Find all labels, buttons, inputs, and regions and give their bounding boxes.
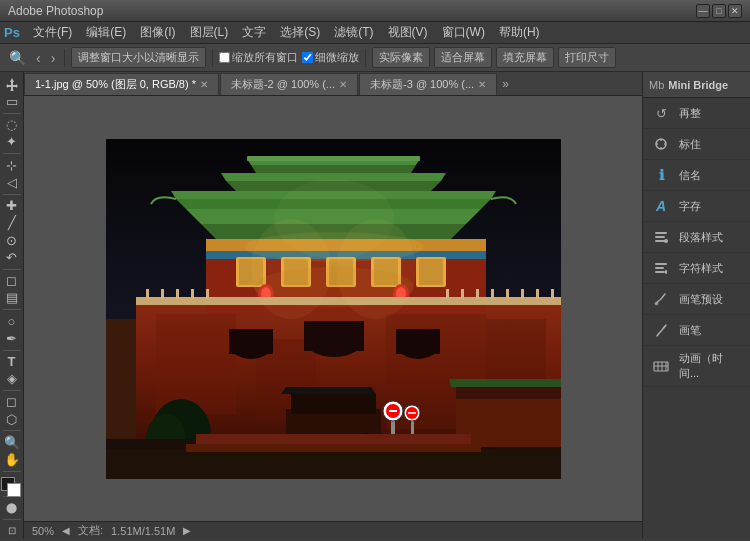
tool-dodge[interactable]: ○	[1, 313, 23, 329]
tab-2[interactable]: 未标题-2 @ 100% (... ✕	[220, 73, 358, 95]
svg-rect-76	[461, 289, 464, 299]
menu-file[interactable]: 文件(F)	[26, 22, 79, 43]
tab-1[interactable]: 1-1.jpg @ 50% (图层 0, RGB/8) * ✕	[24, 73, 219, 95]
menu-text[interactable]: 文字	[235, 22, 273, 43]
app-title: Adobe Photoshop	[8, 4, 103, 18]
actual-pixels-btn[interactable]: 实际像素	[372, 47, 430, 68]
panel-item-brush-preset[interactable]: 画笔预设	[643, 284, 750, 315]
menu-window[interactable]: 窗口(W)	[435, 22, 492, 43]
tool-screen-mode[interactable]: ⊡	[1, 523, 23, 539]
zoom-all-checkbox[interactable]: 缩放所有窗口	[219, 50, 298, 65]
menu-layer[interactable]: 图层(L)	[183, 22, 236, 43]
svg-rect-74	[206, 289, 209, 299]
statusbar: 50% ◀ 文档: 1.51M/1.51M ▶	[24, 521, 642, 539]
panel-item-char-style[interactable]: 字符样式	[643, 253, 750, 284]
scrubby-zoom-input[interactable]	[302, 52, 313, 63]
tool-3d[interactable]: ⬡	[1, 411, 23, 427]
print-size-btn[interactable]: 打印尺寸	[558, 47, 616, 68]
panel-item-animation[interactable]: 动画（时间...	[643, 346, 750, 387]
tab-2-close[interactable]: ✕	[339, 79, 347, 90]
svg-rect-80	[521, 289, 524, 299]
panel-item-character[interactable]: A 字存	[643, 191, 750, 222]
svg-rect-42	[229, 329, 273, 354]
mini-bridge-title: Mini Bridge	[668, 79, 728, 91]
tool-history-brush[interactable]: ↶	[1, 249, 23, 265]
nav-back-icon[interactable]: ‹	[33, 50, 44, 66]
panel-item-info[interactable]: ℹ 信名	[643, 160, 750, 191]
tool-hand[interactable]: ✋	[1, 452, 23, 468]
tool-shape[interactable]: ◻	[1, 394, 23, 410]
fit-screen-btn[interactable]: 适合屏幕	[434, 47, 492, 68]
status-left-arrow[interactable]: ◀	[62, 525, 70, 536]
tab-overflow-arrow[interactable]: »	[498, 77, 513, 91]
tab-1-close[interactable]: ✕	[200, 79, 208, 90]
tool-eyedropper[interactable]: ◁	[1, 174, 23, 190]
toolbar-sep-1	[64, 49, 65, 67]
tool-lasso[interactable]: ◌	[1, 116, 23, 132]
resize-window-btn[interactable]: 调整窗口大小以清晰显示	[71, 47, 206, 68]
background-color[interactable]	[7, 483, 21, 497]
tool-brush[interactable]: ╱	[1, 215, 23, 231]
svg-rect-38	[419, 259, 443, 285]
menu-view[interactable]: 视图(V)	[381, 22, 435, 43]
color-swatches[interactable]	[1, 477, 23, 493]
tab-3[interactable]: 未标题-3 @ 100% (... ✕	[359, 73, 497, 95]
canvas-image	[106, 139, 561, 479]
tool-sep-7	[3, 390, 21, 391]
scrubby-zoom-checkbox[interactable]: 细微缩放	[302, 50, 359, 65]
svg-rect-66	[456, 397, 561, 447]
panel-item-properties[interactable]: 标住	[643, 129, 750, 160]
tool-eraser[interactable]: ◻	[1, 272, 23, 288]
svg-rect-94	[655, 236, 665, 238]
panel-item-redo[interactable]: ↺ 再整	[643, 98, 750, 129]
svg-rect-97	[655, 263, 667, 265]
menu-filter[interactable]: 滤镜(T)	[327, 22, 380, 43]
zoom-all-input[interactable]	[219, 52, 230, 63]
panel-animation-label: 动画（时间...	[679, 351, 742, 381]
tool-text[interactable]: T	[1, 353, 23, 369]
tool-sep-9	[3, 471, 21, 472]
maximize-button[interactable]: □	[712, 4, 726, 18]
zoom-level: 50%	[32, 525, 54, 537]
svg-point-85	[274, 179, 394, 259]
fill-screen-btn[interactable]: 填充屏幕	[496, 47, 554, 68]
tool-zoom[interactable]: 🔍	[1, 434, 23, 450]
svg-rect-71	[161, 289, 164, 299]
svg-rect-73	[191, 289, 194, 299]
menu-image[interactable]: 图像(I)	[133, 22, 182, 43]
tool-gradient[interactable]: ▤	[1, 290, 23, 306]
tool-quick-mask[interactable]: ⬤	[1, 500, 23, 516]
close-button[interactable]: ✕	[728, 4, 742, 18]
tool-pen[interactable]: ✒	[1, 330, 23, 346]
menu-edit[interactable]: 编辑(E)	[79, 22, 133, 43]
tool-magic-wand[interactable]: ✦	[1, 134, 23, 150]
status-right-arrow[interactable]: ▶	[183, 525, 191, 536]
canvas-wrapper[interactable]	[24, 96, 642, 521]
panel-item-paragraph-style[interactable]: 段落样式	[643, 222, 750, 253]
document-tabs: 1-1.jpg @ 50% (图层 0, RGB/8) * ✕ 未标题-2 @ …	[24, 72, 642, 96]
panel-properties-label: 标住	[679, 137, 701, 152]
tool-sep-2	[3, 153, 21, 154]
mini-bridge-icon: Mb	[649, 79, 664, 91]
toolbar: 🔍 ‹ › 调整窗口大小以清晰显示 缩放所有窗口 细微缩放 实际像素 适合屏幕 …	[0, 44, 750, 72]
panel-item-brush[interactable]: 画笔	[643, 315, 750, 346]
tool-crop[interactable]: ⊹	[1, 157, 23, 173]
tool-sep-6	[3, 350, 21, 351]
tool-selection[interactable]: ▭	[1, 93, 23, 109]
toolbar-sep-2	[212, 49, 213, 67]
nav-fwd-icon[interactable]: ›	[48, 50, 59, 66]
menu-help[interactable]: 帮助(H)	[492, 22, 547, 43]
tool-clone[interactable]: ⊙	[1, 232, 23, 248]
svg-rect-44	[396, 329, 440, 354]
animation-icon	[651, 356, 671, 376]
minimize-button[interactable]: —	[696, 4, 710, 18]
panel-brush-label: 画笔	[679, 323, 701, 338]
svg-rect-77	[476, 289, 479, 299]
menu-select[interactable]: 选择(S)	[273, 22, 327, 43]
panel-character-label: 字存	[679, 199, 701, 214]
tool-healing[interactable]: ✚	[1, 197, 23, 213]
tool-path-select[interactable]: ◈	[1, 371, 23, 387]
panel-brush-preset-label: 画笔预设	[679, 292, 723, 307]
tool-move[interactable]	[1, 76, 23, 92]
tab-3-close[interactable]: ✕	[478, 79, 486, 90]
